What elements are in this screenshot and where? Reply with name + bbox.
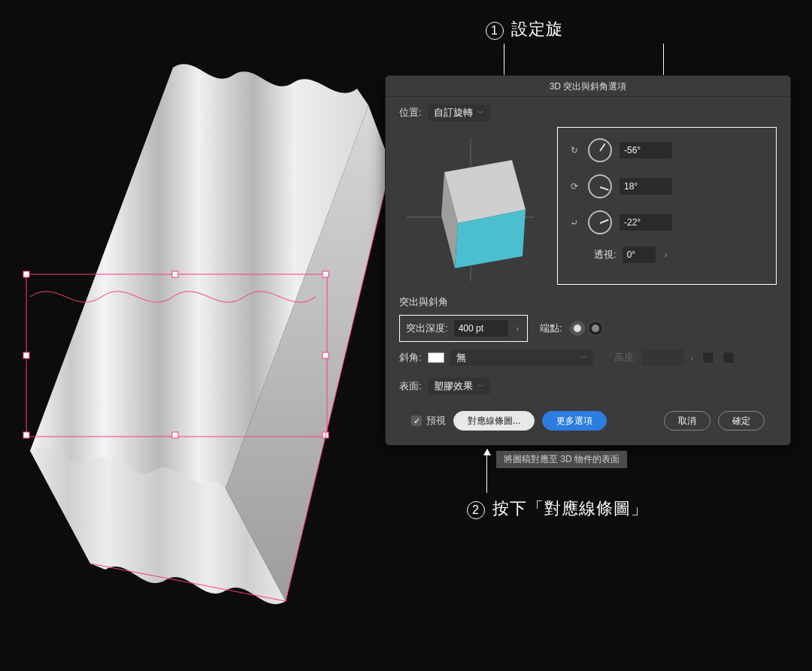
3d-preview-object: [0, 45, 406, 661]
surface-dropdown[interactable]: 塑膠效果﹀: [428, 378, 490, 394]
bevel-in-icon[interactable]: [702, 352, 714, 364]
rotation-values-group: ↻ ⟳ ⤾ 透視:: [557, 127, 777, 285]
rotate-x-dial[interactable]: [588, 138, 612, 162]
annotation-step1: 1設定旋: [486, 18, 563, 41]
svg-rect-2: [172, 271, 178, 277]
bevel-swatch-icon: [428, 352, 444, 363]
checkmark-icon: ✓: [411, 416, 422, 426]
bevel-label: 斜角:: [399, 351, 422, 364]
position-dropdown[interactable]: 自訂旋轉﹀: [428, 104, 490, 121]
step-number-icon: 1: [486, 22, 504, 40]
rotate-z-icon: ⤾: [568, 217, 580, 228]
artboard: 1設定旋 3D 突出與斜角選項 位置: 自訂旋轉﹀: [0, 0, 812, 671]
dialog-title: 3D 突出與斜角選項: [386, 76, 790, 97]
svg-rect-3: [323, 271, 329, 277]
cap-off-button[interactable]: [588, 321, 603, 336]
svg-rect-5: [323, 352, 329, 358]
rotate-y-dial[interactable]: [588, 174, 612, 198]
position-label: 位置:: [399, 106, 422, 119]
extrude-section-title: 突出與斜角: [399, 295, 777, 309]
extrude-depth-label: 突出深度:: [406, 322, 448, 335]
rotate-y-icon: ⟳: [568, 181, 580, 192]
stepper-icon[interactable]: ›: [514, 325, 521, 333]
extrude-depth-group: 突出深度: ›: [399, 315, 528, 342]
extrude-depth-field[interactable]: [454, 320, 508, 337]
svg-rect-1: [23, 271, 29, 277]
dialog-3d-extrude-bevel: 3D 突出與斜角選項 位置: 自訂旋轉﹀: [385, 75, 791, 446]
svg-rect-4: [23, 352, 29, 358]
bevel-dropdown[interactable]: 無﹀: [450, 349, 593, 366]
cancel-button[interactable]: 取消: [664, 411, 710, 431]
cap-label: 端點:: [540, 322, 562, 335]
cap-on-button[interactable]: [570, 321, 585, 336]
step-number-icon: 2: [467, 501, 485, 519]
perspective-label: 透視:: [594, 248, 617, 261]
chevron-down-icon: ﹀: [477, 382, 484, 391]
svg-rect-7: [172, 432, 178, 438]
bevel-height-label: 高度:: [614, 351, 637, 364]
preview-checkbox[interactable]: ✓ 預視: [411, 414, 446, 428]
bevel-height-field: [642, 349, 684, 366]
chevron-down-icon: ﹀: [580, 353, 587, 363]
rotate-y-field[interactable]: [620, 178, 672, 195]
rotate-z-dial[interactable]: [588, 210, 612, 234]
map-art-button[interactable]: 對應線條圖...: [453, 411, 535, 431]
annotation-step2: 2按下「對應線條圖」: [467, 497, 648, 520]
arrow-icon: [486, 449, 487, 493]
surface-label: 表面:: [399, 379, 422, 393]
stepper-icon[interactable]: ›: [662, 251, 670, 259]
svg-rect-6: [23, 432, 29, 438]
rotate-x-icon: ↻: [568, 145, 580, 156]
bevel-out-icon[interactable]: [723, 352, 735, 364]
ok-button[interactable]: 確定: [718, 411, 765, 431]
perspective-field[interactable]: [623, 246, 656, 263]
more-options-button[interactable]: 更多選項: [542, 411, 607, 431]
rotation-cube-preview[interactable]: [399, 127, 542, 285]
stepper-icon: ›: [690, 352, 693, 364]
rotate-x-field[interactable]: [620, 142, 672, 159]
chevron-down-icon: ﹀: [477, 108, 484, 118]
tooltip-map-art: 將圖稿對應至 3D 物件的表面: [496, 451, 627, 468]
rotate-z-field[interactable]: [620, 214, 672, 231]
